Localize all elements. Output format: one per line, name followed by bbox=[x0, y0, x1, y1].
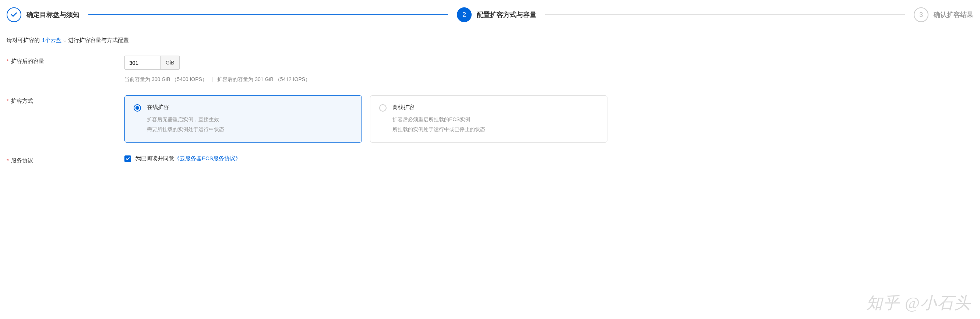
option-offline-desc2: 所挂载的实例处于运行中或已停止的状态 bbox=[393, 124, 598, 134]
capacity-row: *扩容后的容量 GiB 当前容量为 300 GiB （5400 IOPS） | … bbox=[6, 56, 974, 83]
option-offline-expand[interactable]: 离线扩容 扩容后必须重启所挂载的ECS实例 所挂载的实例处于运行中或已停止的状态 bbox=[370, 96, 608, 142]
agreement-label: *服务协议 bbox=[6, 155, 124, 164]
step-1-label: 确定目标盘与须知 bbox=[27, 10, 80, 19]
instruction-suffix: 进行扩容容量与方式配置 bbox=[68, 37, 129, 44]
radio-online[interactable] bbox=[134, 104, 141, 112]
agreement-link[interactable]: 《云服务器ECS服务协议》 bbox=[174, 155, 241, 161]
chevron-down-icon: ⌵ bbox=[63, 38, 66, 43]
instruction-row: 请对可扩容的 1个云盘 ⌵ 进行扩容容量与方式配置 bbox=[6, 37, 974, 44]
step-2-label: 配置扩容方式与容量 bbox=[477, 10, 536, 19]
disk-count-dropdown[interactable]: 1个云盘 ⌵ bbox=[42, 37, 66, 44]
step-2[interactable]: 2 配置扩容方式与容量 bbox=[457, 7, 536, 22]
disk-count-label: 1个云盘 bbox=[42, 37, 62, 43]
helper-separator: | bbox=[212, 76, 213, 82]
radio-offline[interactable] bbox=[379, 104, 387, 112]
option-online-title: 在线扩容 bbox=[147, 104, 353, 111]
helper-after: 扩容后的容量为 301 GiB （5412 IOPS） bbox=[217, 76, 310, 82]
required-star-icon: * bbox=[6, 157, 9, 164]
capacity-label: *扩容后的容量 bbox=[6, 56, 124, 65]
method-row: *扩容方式 在线扩容 扩容后无需重启实例，直接生效 需要所挂载的实例处于运行中状… bbox=[6, 96, 974, 142]
agreement-row: *服务协议 我已阅读并同意《云服务器ECS服务协议》 bbox=[6, 155, 974, 164]
capacity-input[interactable] bbox=[125, 56, 160, 69]
helper-current: 当前容量为 300 GiB （5400 IOPS） bbox=[124, 76, 207, 82]
instruction-prefix: 请对可扩容的 bbox=[6, 37, 40, 44]
step-connector bbox=[545, 14, 905, 15]
option-offline-title: 离线扩容 bbox=[393, 104, 598, 111]
capacity-input-group: GiB bbox=[124, 56, 180, 70]
step-3-label: 确认扩容结果 bbox=[934, 10, 974, 19]
method-label: *扩容方式 bbox=[6, 96, 124, 105]
step-2-number: 2 bbox=[457, 7, 472, 22]
required-star-icon: * bbox=[6, 97, 9, 104]
capacity-unit: GiB bbox=[160, 56, 179, 69]
agreement-text: 我已阅读并同意《云服务器ECS服务协议》 bbox=[135, 155, 241, 162]
agreement-checkbox[interactable] bbox=[124, 155, 131, 162]
required-star-icon: * bbox=[6, 58, 9, 64]
option-online-expand[interactable]: 在线扩容 扩容后无需重启实例，直接生效 需要所挂载的实例处于运行中状态 bbox=[124, 96, 362, 142]
step-3-number: 3 bbox=[914, 7, 929, 22]
step-3[interactable]: 3 确认扩容结果 bbox=[914, 7, 974, 22]
capacity-helper: 当前容量为 300 GiB （5400 IOPS） | 扩容后的容量为 301 … bbox=[124, 76, 974, 83]
check-icon bbox=[6, 7, 21, 22]
step-connector bbox=[88, 14, 448, 15]
option-online-desc1: 扩容后无需重启实例，直接生效 bbox=[147, 115, 353, 124]
option-online-desc2: 需要所挂载的实例处于运行中状态 bbox=[147, 124, 353, 134]
step-1[interactable]: 确定目标盘与须知 bbox=[6, 7, 80, 22]
wizard-stepper: 确定目标盘与须知 2 配置扩容方式与容量 3 确认扩容结果 bbox=[6, 7, 974, 22]
option-offline-desc1: 扩容后必须重启所挂载的ECS实例 bbox=[393, 115, 598, 124]
